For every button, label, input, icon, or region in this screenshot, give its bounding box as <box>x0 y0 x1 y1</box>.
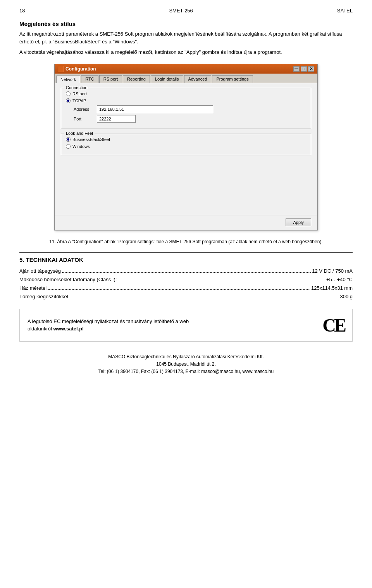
tech-label-1: Működéso hőmérséklet tartomány (Class I)… <box>19 275 117 284</box>
theme1-label: BusinessBlackSteel <box>72 137 110 142</box>
footer-line1: MASCO Biztonságtechnikai és Nyílászáró A… <box>19 353 353 361</box>
footer-line3: Tel: (06 1) 3904170, Fax: (06 1) 3904173… <box>19 368 353 375</box>
figure-caption: 11. Ábra A "Configuration" ablak "Progra… <box>19 238 353 245</box>
header-title: SMET-256 <box>169 8 193 14</box>
config-footer: Apply <box>55 215 317 230</box>
ce-text-line2: oldalunkról <box>28 326 53 332</box>
tab-network[interactable]: Network <box>56 76 80 83</box>
tab-rtc[interactable]: RTC <box>81 75 98 83</box>
look-feel-group-title: Look and Feel <box>64 131 95 136</box>
config-tabs: Network RTC RS port Reporting Login deta… <box>55 74 317 83</box>
tech-data-table: Ajánlott tápegység 12 V DC / 750 mA Műkö… <box>19 267 353 301</box>
tech-dots-2 <box>48 289 310 290</box>
ce-text-line1: A legutolsó EC megfelelőségi nyilatkozat… <box>28 318 189 324</box>
apply-button[interactable]: Apply <box>286 218 311 226</box>
tech-row-0: Ajánlott tápegység 12 V DC / 750 mA <box>19 267 353 275</box>
config-window-title: Configuration <box>65 66 96 72</box>
tech-label-3: Tömeg kiegészítőkkel <box>19 292 68 301</box>
tab-advanced[interactable]: Advanced <box>184 75 212 83</box>
minimize-button[interactable]: — <box>293 66 300 72</box>
address-field-row: Address <box>74 105 306 113</box>
look-feel-group: Look and Feel BusinessBlackSteel Windows <box>61 134 311 155</box>
ce-mark: CE <box>322 315 344 336</box>
theme2-radio[interactable] <box>66 144 71 149</box>
header-brand: SATEL <box>337 8 353 14</box>
intro-para1: Az itt megahtározott paraméterek a SMET-… <box>19 30 353 45</box>
tcp-ip-label: TCP/IP <box>72 98 86 103</box>
port-label: Port <box>74 117 97 121</box>
titlebar-controls: — □ ✕ <box>293 66 314 72</box>
theme2-label: Windows <box>72 144 90 149</box>
page-header: 18 SMET-256 SATEL <box>19 8 353 14</box>
tech-row-3: Tömeg kiegészítőkkel 300 g <box>19 292 353 301</box>
config-titlebar: Configuration — □ ✕ <box>55 64 317 74</box>
port-field-row: Port <box>74 115 306 123</box>
tech-value-1: +5…+40 °C <box>326 275 353 284</box>
tech-value-2: 125x114.5x31 mm <box>311 284 353 292</box>
section-5-heading: 5. TECHNIKAI ADATOK <box>19 256 353 263</box>
section-divider <box>19 252 353 253</box>
theme2-radio-row: Windows <box>66 144 306 149</box>
close-button[interactable]: ✕ <box>308 66 314 72</box>
tech-dots-1 <box>118 281 325 281</box>
maximize-button[interactable]: □ <box>301 66 307 72</box>
address-label: Address <box>74 107 97 112</box>
tech-label-2: Ház méretei <box>19 284 46 292</box>
footer: MASCO Biztonságtechnikai és Nyílászáró A… <box>19 353 353 376</box>
connection-group: Connection RS port TCP/IP Address <box>61 88 311 129</box>
config-window: Configuration — □ ✕ Network RTC RS port … <box>54 64 318 230</box>
theme1-radio-row: BusinessBlackSteel <box>66 137 306 142</box>
config-titlebar-icon <box>58 66 64 72</box>
config-body: Connection RS port TCP/IP Address <box>55 83 317 215</box>
tab-reporting[interactable]: Reporting <box>123 75 150 83</box>
tab-login-details[interactable]: Login details <box>151 75 183 83</box>
tcp-ip-radio[interactable] <box>66 98 71 103</box>
footer-line2: 1045 Budapest, Madridi út 2. <box>19 361 353 368</box>
tech-dots-3 <box>69 298 339 298</box>
tab-rs-port[interactable]: RS port <box>99 75 122 83</box>
tech-value-0: 12 V DC / 750 mA <box>312 267 353 275</box>
ce-text: A legutolsó EC megfelelőségi nyilatkozat… <box>28 318 315 333</box>
rs-port-label: RS port <box>72 91 87 96</box>
section-heading-megjelenes: Megjelenés és stílus <box>19 21 353 27</box>
rs-port-radio-row: RS port <box>66 91 306 96</box>
rs-port-radio[interactable] <box>66 91 71 96</box>
intro-para2: A vltoztatás végrehajtásához válassza ki… <box>19 48 353 56</box>
tech-dots-0 <box>62 272 311 273</box>
tech-label-0: Ajánlott tápegység <box>19 267 61 275</box>
address-input[interactable] <box>97 105 213 113</box>
ce-box: A legutolsó EC megfelelőségi nyilatkozat… <box>19 309 353 342</box>
port-input[interactable] <box>97 115 136 123</box>
page-number: 18 <box>19 8 25 14</box>
page: 18 SMET-256 SATEL Megjelenés és stílus A… <box>0 0 372 588</box>
ce-url: www.satel.pl <box>53 326 84 332</box>
tcp-ip-radio-row: TCP/IP <box>66 98 306 103</box>
section-number: 5. <box>19 256 24 263</box>
connection-group-title: Connection <box>64 85 89 90</box>
section-title: TECHNIKAI ADATOK <box>26 256 83 263</box>
tab-program-settings[interactable]: Program settings <box>212 75 253 83</box>
tech-value-3: 300 g <box>340 292 353 301</box>
theme1-radio[interactable] <box>66 137 71 142</box>
tech-row-1: Működéso hőmérséklet tartomány (Class I)… <box>19 275 353 284</box>
tech-row-2: Ház méretei 125x114.5x31 mm <box>19 284 353 292</box>
